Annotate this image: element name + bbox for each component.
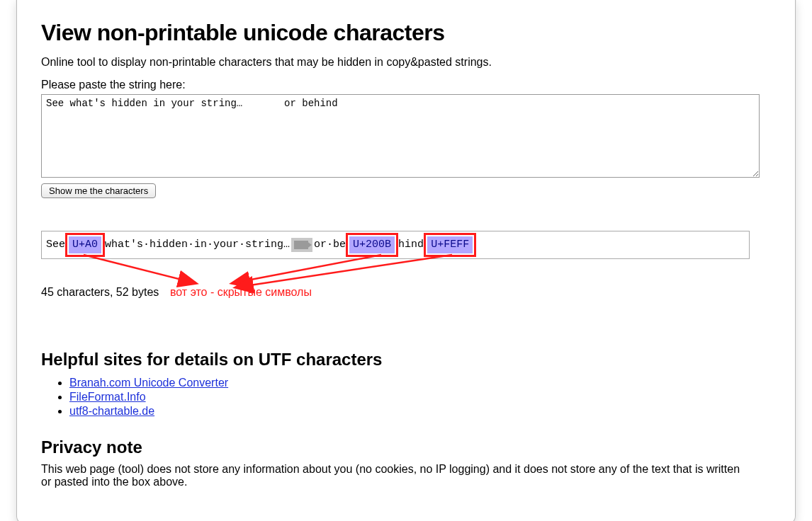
result-text: or·be: [314, 235, 346, 255]
result-text: what's·hidden·in·your·string…: [105, 235, 290, 255]
highlight-frame: U+200B: [346, 233, 398, 257]
page-card: View non-printable unicode characters On…: [16, 0, 796, 521]
show-characters-button[interactable]: Show me the characters: [41, 183, 156, 198]
codepoint-badge: U+FEFF: [427, 236, 473, 253]
input-label: Please paste the string here:: [41, 79, 771, 91]
codepoint-badge: U+200B: [349, 236, 395, 253]
link-fileformat[interactable]: FileFormat.Info: [69, 391, 146, 403]
page-title: View non-printable unicode characters: [41, 20, 771, 46]
svg-line-0: [84, 255, 196, 283]
link-branah[interactable]: Branah.com Unicode Converter: [69, 377, 228, 389]
result-area: See U+A0 what's·hidden·in·your·string… o…: [41, 231, 771, 330]
result-line: See U+A0 what's·hidden·in·your·string… o…: [41, 231, 750, 259]
helpful-heading: Helpful sites for details on UTF charact…: [41, 350, 771, 370]
highlight-frame: U+A0: [65, 233, 105, 257]
result-text: hind: [398, 235, 424, 255]
privacy-heading: Privacy note: [41, 437, 771, 457]
list-item: Branah.com Unicode Converter: [69, 377, 771, 389]
page-description: Online tool to display non-printable cha…: [41, 56, 771, 69]
link-chartable[interactable]: utf8-chartable.de: [69, 405, 154, 417]
svg-line-2: [236, 255, 452, 287]
input-textarea[interactable]: [41, 94, 760, 178]
codepoint-badge: U+A0: [69, 236, 101, 253]
highlight-frame: U+FEFF: [424, 233, 476, 257]
helpful-links-list: Branah.com Unicode Converter FileFormat.…: [41, 377, 771, 418]
tab-icon: [291, 238, 312, 252]
list-item: FileFormat.Info: [69, 391, 771, 403]
annotation-text: вот это - скрытые символы: [170, 286, 312, 299]
result-text: See: [46, 235, 65, 255]
privacy-text: This web page (tool) does not store any …: [41, 463, 750, 488]
result-summary: 45 characters, 52 bytes: [41, 286, 159, 299]
list-item: utf8-chartable.de: [69, 405, 771, 418]
svg-line-1: [232, 255, 381, 283]
